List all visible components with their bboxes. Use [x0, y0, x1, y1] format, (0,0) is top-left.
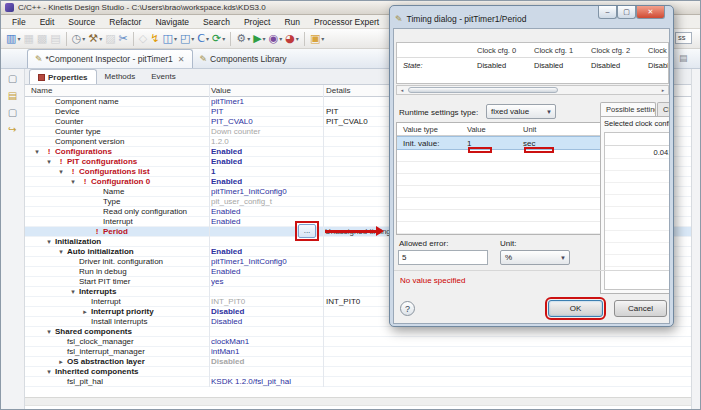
menu-run[interactable]: Run	[277, 15, 307, 29]
asm-button[interactable]: ▨	[104, 31, 116, 47]
menu-source[interactable]: Source	[61, 15, 102, 29]
menu-edit[interactable]: Edit	[33, 15, 62, 29]
menu-processor-expert[interactable]: Processor Expert	[307, 15, 386, 29]
allowed-error-input[interactable]	[398, 250, 488, 265]
c-project-button[interactable]: C▾	[196, 31, 210, 47]
property-value[interactable]: Enabled	[211, 147, 323, 156]
profile-button[interactable]: ◕▾	[284, 31, 300, 47]
close-icon[interactable]: ✕	[178, 55, 185, 64]
maximize-button[interactable]: ▢	[617, 6, 636, 19]
unit-select[interactable]: %▼	[500, 250, 570, 265]
property-value[interactable]: pitTimer1_InitConfig0	[211, 187, 323, 196]
menu-navigate[interactable]: Navigate	[148, 15, 196, 29]
view-menu-icon[interactable]: ▤	[679, 53, 688, 63]
print-button[interactable]: ▤	[49, 31, 61, 47]
debug-window-button[interactable]: ◫▾	[161, 31, 177, 47]
property-value[interactable]: yes	[211, 277, 323, 286]
tree-collapsed-icon[interactable]: ▸	[79, 308, 91, 316]
table-row[interactable]: ▾Shared components	[25, 327, 691, 337]
property-value[interactable]: pitTimer1_InitConfig0	[211, 257, 323, 266]
scissors-button[interactable]: ✂	[118, 31, 129, 47]
lightning-button[interactable]: ↯	[149, 31, 160, 47]
tree-expanded-icon[interactable]: ▾	[67, 178, 79, 186]
skip-breakpoints-button[interactable]: ◇	[138, 31, 148, 47]
property-value[interactable]: Enabled	[211, 157, 323, 166]
open-resource-button[interactable]: ▣▾	[309, 31, 325, 47]
property-value[interactable]: 1	[211, 167, 323, 176]
external-tools-button[interactable]: ◉▾	[268, 31, 284, 47]
property-value[interactable]: Disabled	[211, 357, 323, 366]
editor-tab-1[interactable]: ✎Components Library	[193, 49, 294, 68]
property-value[interactable]: pitTimer1	[211, 97, 323, 106]
tree-expanded-icon[interactable]: ▾	[43, 328, 55, 336]
property-value[interactable]: pit_user_config_t	[211, 197, 323, 206]
tree-expanded-icon[interactable]: ▾	[43, 238, 55, 246]
possible-setting-value[interactable]: 0.041667 μs	[605, 146, 670, 159]
link-editor-icon[interactable]: ↪	[8, 124, 16, 135]
tab-methods[interactable]: Methods	[97, 69, 144, 84]
period-ellipsis-button[interactable]: ...	[298, 224, 316, 238]
new-window-button[interactable]: ◰▾	[179, 31, 195, 47]
property-value[interactable]: 1.2.0	[211, 137, 323, 146]
editor-tab-0[interactable]: ✎*Component Inspector - pitTimer1✕	[27, 49, 193, 68]
run-button[interactable]: ▶▾	[252, 31, 266, 47]
help-button[interactable]: ?	[400, 301, 415, 316]
property-value[interactable]: Disabled	[211, 307, 323, 316]
tree-expanded-icon[interactable]: ▾	[43, 368, 55, 376]
table-row[interactable]: fsl_interrupt_managerintMan1	[25, 347, 691, 357]
property-value[interactable]: clockMan1	[211, 337, 323, 346]
tree-expanded-icon[interactable]: ▾	[55, 248, 67, 256]
table-row[interactable]: ▾Inherited components	[25, 367, 691, 377]
scroll-right-icon[interactable]: ▸	[659, 87, 667, 93]
tree-collapsed-icon[interactable]: ▸	[55, 358, 67, 366]
property-value[interactable]: INT_PIT0	[211, 297, 323, 306]
property-value[interactable]: Enabled	[211, 247, 323, 256]
view-window-icon[interactable]: ▢	[8, 107, 17, 118]
column-header-value[interactable]: Value	[211, 86, 231, 95]
table-row[interactable]: fsl_clock_managerclockMan1	[25, 337, 691, 347]
property-value[interactable]: KSDK 1.2.0/fsl_pit_hal	[211, 377, 323, 386]
menu-refactor[interactable]: Refactor	[102, 15, 148, 29]
tree-expanded-icon[interactable]: ▾	[43, 158, 55, 166]
clock-table-scrollbar[interactable]: ◂ ▸	[396, 85, 669, 95]
settings-gear-button[interactable]: ⚙▾	[235, 31, 251, 47]
menu-search[interactable]: Search	[196, 15, 237, 29]
property-value[interactable]: Down counter	[211, 127, 323, 136]
tab-properties[interactable]: Properties	[29, 69, 97, 84]
tree-expanded-icon[interactable]: ▾	[55, 168, 67, 176]
property-value[interactable]: intMan1	[211, 347, 323, 356]
column-header-details[interactable]: Details	[326, 86, 350, 95]
scroll-left-icon[interactable]: ◂	[398, 87, 406, 93]
open-folder-icon[interactable]: ▤	[8, 90, 17, 101]
cancel-button[interactable]: Cancel	[614, 300, 667, 317]
init-value-row[interactable]: Init. value: 1 sec	[397, 136, 605, 150]
init-value-cell[interactable]: 1	[461, 137, 517, 149]
menu-file[interactable]: File	[5, 15, 33, 29]
property-value[interactable]: Enabled	[211, 267, 323, 276]
minimize-button[interactable]: –	[598, 6, 617, 19]
property-value[interactable]: Enabled	[211, 177, 323, 186]
property-value[interactable]: Disabled	[211, 317, 323, 326]
build-button[interactable]: ⚒▾	[87, 31, 103, 47]
menu-project[interactable]: Project	[237, 15, 277, 29]
runtime-settings-select[interactable]: fixed value▼	[486, 104, 556, 119]
property-value[interactable]: Enabled	[211, 207, 323, 216]
tab-clock[interactable]: Clock	[657, 102, 670, 116]
tab-possible-settings[interactable]: Possible settings	[600, 102, 656, 116]
horizontal-scrollbar[interactable]	[25, 397, 691, 406]
close-button[interactable]: ✕	[636, 6, 665, 19]
table-row[interactable]: fsl_pit_halKSDK 1.2.0/fsl_pit_hal	[25, 377, 691, 387]
tree-expanded-icon[interactable]: ▾	[67, 288, 79, 296]
table-row[interactable]: ▸OS abstraction layerDisabled	[25, 357, 691, 367]
save-button[interactable]: ▦	[22, 31, 34, 47]
save-all-button[interactable]: ▩	[36, 31, 48, 47]
property-value[interactable]: PIT	[211, 107, 323, 116]
unit-cell[interactable]: sec	[517, 137, 569, 149]
new-wizard-button[interactable]: ▥▾	[5, 31, 21, 47]
ok-button[interactable]: OK	[548, 300, 603, 317]
history-button[interactable]: ◷▾	[71, 31, 87, 47]
tab-events[interactable]: Events	[143, 69, 183, 84]
quick-access-box[interactable]: ss	[675, 32, 692, 44]
scrollbar-thumb[interactable]	[408, 87, 558, 93]
tree-expanded-icon[interactable]: ▾	[31, 148, 43, 156]
